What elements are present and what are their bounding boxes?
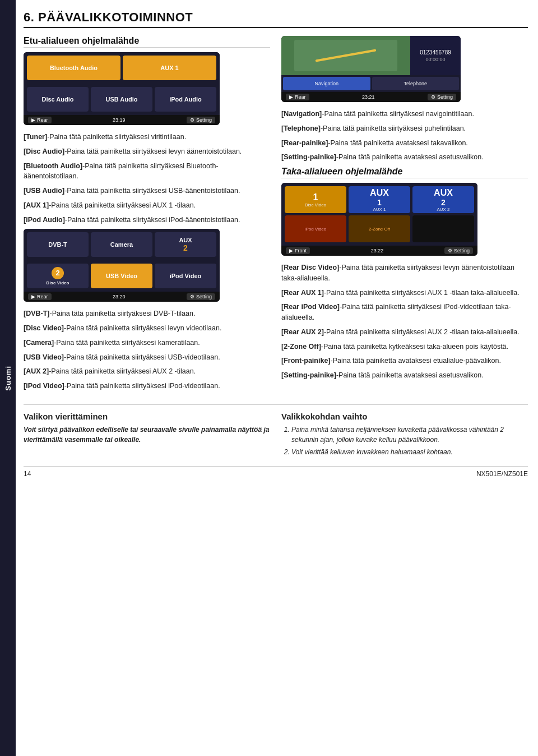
nav-screen-statusbar: ▶ Rear 23:21 ⚙ Setting <box>281 92 461 102</box>
page-footer: 14 NX501E/NZ501E <box>24 466 528 478</box>
rear-aux2-desc: [Rear AUX 2]-Paina tätä painiketta siirt… <box>281 327 528 338</box>
page-header: 6. PÄÄVALIKKOTOIMINNOT <box>24 10 528 28</box>
rear-button-2[interactable]: ▶ Rear <box>28 293 52 300</box>
page-number: 14 <box>24 470 31 478</box>
ipod-video-desc: [iPod Video]-Paina tätä painiketta siirt… <box>24 381 270 391</box>
nav-map-area <box>281 36 410 75</box>
rear-aux1-desc: [Rear AUX 1]-Paina tätä painiketta siirt… <box>281 288 528 298</box>
nav-screen: 0123456789 00:00:00 Navigation Telephone… <box>281 36 461 102</box>
telephone-desc: [Telephone]-Paina tätä painiketta siirty… <box>281 123 528 134</box>
aux2-top-cell[interactable]: AUX 2 <box>155 232 216 257</box>
usb-audio-cell[interactable]: USB Audio <box>91 87 152 112</box>
swap-heading: Valikkokohdan vaihto <box>281 412 528 421</box>
right-column: 0123456789 00:00:00 Navigation Telephone… <box>281 36 528 395</box>
left-column: Etu-alialueen ohjelmalähde Bluetooth Aud… <box>24 36 270 395</box>
bluetooth-audio-cell[interactable]: Bluetooth Audio <box>27 56 120 80</box>
front-screen-2: DVB-T Camera AUX 2 2 Disc Video <box>24 229 220 302</box>
setting-painike-desc-1: [Setting-painike]-Paina tätä painiketta … <box>281 152 528 163</box>
setting-painike-desc-2: [Setting-painike]-Paina tätä painiketta … <box>281 370 528 381</box>
main-content: 6. PÄÄVALIKKOTOIMINNOT Etu-alialueen ohj… <box>16 0 538 756</box>
camera-desc: [Camera]-Paina tätä painiketta siirtyäks… <box>24 338 270 348</box>
two-column-layout: Etu-alialueen ohjelmalähde Bluetooth Aud… <box>24 36 528 395</box>
model-name: NX501E/NZ501E <box>476 470 528 478</box>
rear-screen-statusbar: ▶ Front 23:22 ⚙ Setting <box>281 246 477 256</box>
usb-video-cell[interactable]: USB Video <box>91 264 152 288</box>
front-painike-desc: [Front-painike]-Paina tätä painiketta av… <box>281 356 528 366</box>
disc-audio-desc: [Disc Audio]-Paina tätä painiketta siirt… <box>24 146 270 157</box>
front-screen-2-statusbar: ▶ Rear 23:20 ⚙ Setting <box>24 292 220 302</box>
bottom-section: Valikon vierittäminen Voit siirtyä pääva… <box>24 404 528 459</box>
navigation-desc: [Navigation]-Paina tätä painiketta siirt… <box>281 109 528 119</box>
setting-button-2[interactable]: ⚙ Setting <box>187 293 215 300</box>
setting-button-nav[interactable]: ⚙ Setting <box>428 94 456 100</box>
bottom-left: Valikon vierittäminen Voit siirtyä pääva… <box>24 412 270 459</box>
rear-ipod-video-desc: [Rear iPod Video]-Paina tätä painiketta … <box>281 302 528 323</box>
usb-audio-desc: [USB Audio]-Paina tätä painiketta siirty… <box>24 186 270 196</box>
nav-buttons-area: Navigation Telephone <box>281 75 461 92</box>
dvbt-cell[interactable]: DVB-T <box>27 232 89 257</box>
sidebar-language-label: Suomi <box>4 366 12 391</box>
rear-screen-grid: 1 Disc Video AUX 1 AUX 1 AUX 2 AUX 2 <box>281 183 477 246</box>
zone-off-desc: [2-Zone Off]-Paina tätä painiketta kytke… <box>281 342 528 352</box>
sidebar: Suomi <box>0 0 16 756</box>
rear-empty-cell <box>412 215 474 242</box>
disc-video-cell[interactable]: 2 Disc Video <box>27 264 89 288</box>
swap-items: Paina minkä tahansa neljänneksen kuvaket… <box>281 425 528 457</box>
ipod-video-cell[interactable]: iPod Video <box>155 264 216 288</box>
bluetooth-audio-desc: [Bluetooth Audio]-Paina tätä painiketta … <box>24 161 270 182</box>
setting-button-rear[interactable]: ⚙ Setting <box>444 247 473 254</box>
left-section-heading: Etu-alialueen ohjelmalähde <box>24 36 270 48</box>
swap-item-2: Voit vierittää kelluvan kuvakkeen haluam… <box>291 447 528 457</box>
nav-number-area: 0123456789 00:00:00 <box>410 36 461 75</box>
aux2-desc: [AUX 2]-Paina tätä painiketta siirtyäkse… <box>24 366 270 377</box>
rear-aux1-cell[interactable]: AUX 1 AUX 1 <box>349 186 410 213</box>
front-screen-1-statusbar: ▶ Rear 23:19 ⚙ Setting <box>24 115 220 125</box>
page-title: 6. PÄÄVALIKKOTOIMINNOT <box>24 10 528 25</box>
swap-item-1: Paina minkä tahansa neljänneksen kuvaket… <box>291 425 528 445</box>
rear-disc-video-cell[interactable]: 1 Disc Video <box>285 186 346 213</box>
setting-button-1[interactable]: ⚙ Setting <box>187 117 215 123</box>
rear-ipod-video-cell[interactable]: iPod Video <box>285 215 346 242</box>
front-screen-1-row2: Disc Audio USB Audio iPod Audio <box>24 84 220 115</box>
rear-zone-off-cell[interactable]: 2-Zone Off <box>349 215 410 242</box>
ipod-audio-cell[interactable]: iPod Audio <box>155 87 216 112</box>
rear-button-1[interactable]: ▶ Rear <box>28 117 52 123</box>
front-screen-1: Bluetooth Audio AUX 1 Disc Audio USB Aud… <box>24 52 220 125</box>
front-screen-2-row2: 2 Disc Video USB Video iPod Video <box>24 260 220 292</box>
rear-button-nav[interactable]: ▶ Rear <box>286 94 309 100</box>
scroll-text: Voit siirtyä päävalikon edelliselle tai … <box>24 425 270 445</box>
rear-section-heading: Taka-alialueen ohjelmalähde <box>281 167 528 178</box>
tuner-desc: [Tuner]-Paina tätä painiketta siirtyäkse… <box>24 132 270 142</box>
disc-video-desc: [Disc Video]-Paina tätä painiketta siirt… <box>24 323 270 334</box>
aux1-cell[interactable]: AUX 1 <box>123 56 216 80</box>
nav-screen-area: 0123456789 00:00:00 <box>281 36 461 75</box>
rear-painike-desc: [Rear-painike]-Paina tätä painiketta ava… <box>281 138 528 149</box>
ipod-audio-desc: [iPod Audio]-Paina tätä painiketta siirt… <box>24 215 270 225</box>
disc-audio-cell[interactable]: Disc Audio <box>27 87 89 112</box>
scroll-heading: Valikon vierittäminen <box>24 412 270 421</box>
camera-cell[interactable]: Camera <box>91 232 152 257</box>
navigation-btn[interactable]: Navigation <box>283 77 370 90</box>
aux1-desc: [AUX 1]-Paina tätä painiketta siirtyäkse… <box>24 200 270 211</box>
front-screen-2-row1: DVB-T Camera AUX 2 <box>24 229 220 260</box>
rear-screen: 1 Disc Video AUX 1 AUX 1 AUX 2 AUX 2 <box>281 183 477 256</box>
front-screen-1-row1: Bluetooth Audio AUX 1 <box>24 52 220 84</box>
usb-video-desc: [USB Video]-Paina tätä painiketta siirty… <box>24 352 270 363</box>
rear-aux2-cell[interactable]: AUX 2 AUX 2 <box>412 186 474 213</box>
rear-disc-video-desc: [Rear Disc Video]-Paina tätä painiketta … <box>281 262 528 284</box>
bottom-right: Valikkokohdan vaihto Paina minkä tahansa… <box>281 412 528 459</box>
dvbt-desc: [DVB-T]-Paina tätä painiketta siirtyäkse… <box>24 308 270 319</box>
front-button-rear[interactable]: ▶ Front <box>286 247 310 254</box>
telephone-btn[interactable]: Telephone <box>372 77 460 90</box>
